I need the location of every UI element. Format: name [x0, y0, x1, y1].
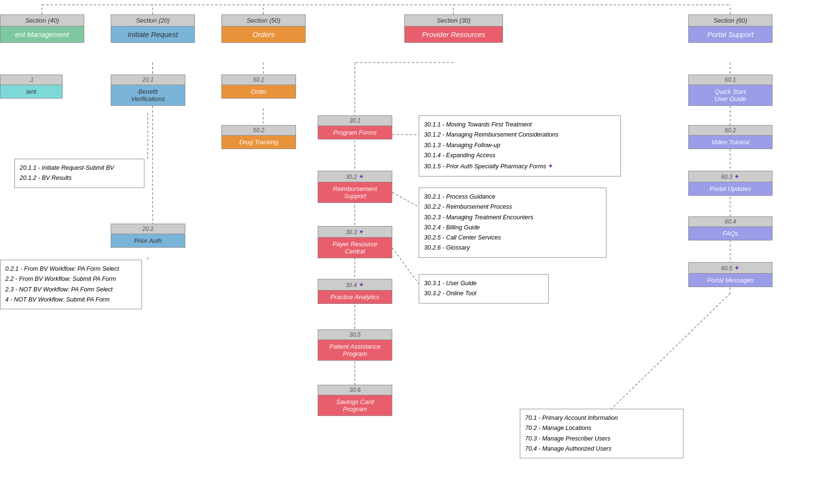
sub-body-sub60_5: Portal Messages [689, 274, 772, 287]
list-list30_1: 30.1.1 - Moving Towards First Treatment3… [419, 115, 621, 176]
sub-sub30_3: 30.3 ✦Payer Resource Central [318, 226, 392, 258]
section-s30: Section (30)Provider Resources [404, 14, 503, 43]
section-s40: Section (40)ent Management [0, 14, 84, 43]
sub-header-sub60_4: 60.4 [689, 217, 772, 227]
section-body-s60: Portal Support [689, 26, 772, 42]
section-body-s30: Provider Resources [405, 26, 502, 42]
list-item: 30.1.5 - Prior Auth Specialty Pharmacy F… [424, 161, 616, 172]
sub-sub30_6: 30.6Savings Card Program [318, 385, 392, 416]
sub-sub60_3: 60.3 ✦Portal Updates [688, 171, 772, 196]
sub-sub30_1: 30.1Program Forms [318, 115, 392, 139]
list-item: 70.1 - Primary Account Information [525, 413, 678, 423]
svg-line-29 [602, 293, 730, 418]
list-item: 30.2.2 - Reimbursement Process [424, 202, 601, 212]
section-header-s60: Section (60) [689, 15, 772, 26]
section-body-s20: Initiate Request [111, 26, 194, 42]
section-header-s20: Section (20) [111, 15, 194, 26]
list-item: 30.2.6 - Glossary [424, 243, 601, 253]
sub-sub60_2: 60.2Video Tutorial [688, 125, 772, 149]
star-icon-sub60_5: ✦ [734, 264, 740, 272]
sub-body-sub50_2: Drug Tracking [222, 136, 296, 149]
sub-header-sub60_3: 60.3 ✦ [689, 171, 772, 182]
sub-header-sub30_4: 30.4 ✦ [318, 279, 392, 290]
star-icon-sub60_3: ✦ [734, 173, 740, 180]
diagram-canvas: Section (40)ent ManagementSection (20)In… [0, 0, 824, 504]
sub-body-sub30_5: Patient Assistance Program [318, 340, 392, 360]
section-s20: Section (20)Initiate Request [111, 14, 195, 43]
list-item: 30.1.3 - Managing Follow-up [424, 140, 616, 151]
list-item: 30.2.3 - Managing Treatment Encounters [424, 213, 601, 223]
sub-body-sub60_2: Video Tutorial [689, 136, 772, 149]
sub-body-sub60_3: Portal Updates [689, 182, 772, 195]
sub-sub30_4: 30.4 ✦Practice Analytics [318, 279, 392, 304]
sub-header-sub60_1: 60.1 [689, 75, 772, 85]
sub-sub20_1: 20.1Benefit Verifications [111, 75, 185, 106]
section-header-s40: Section (40) [0, 15, 84, 26]
sub-header-sub30_3: 30.3 ✦ [318, 227, 392, 238]
sub-header-sub30_2: 30.2 ✦ [318, 171, 392, 182]
list-list30_2: 30.2.1 - Process Guidance30.2.2 - Reimbu… [419, 188, 606, 258]
sub-body-sub60_4: FAQs [689, 227, 772, 240]
sub-header-sub30_5: 30.5 [318, 330, 392, 340]
sub-body-sub30_6: Savings Card Program [318, 395, 392, 416]
star-icon: ✦ [548, 162, 554, 170]
sub-sub30_5: 30.5Patient Assistance Program [318, 329, 392, 361]
list-item: 30.2.1 - Process Guidance [424, 192, 601, 202]
sub-sub50_2: 50.2Drug Tracking [221, 125, 296, 149]
sub-body-sub60_1: Quick Start User Guide [689, 85, 772, 105]
list-list30_3: 30.3.1 - User Guide30.3.2 - Online Tool [419, 274, 549, 303]
sub-sub60_5: 60.5 ✦Portal Messages [688, 262, 772, 287]
sub-sub20_2: 20.2Prior Auth [111, 224, 185, 248]
list-item: 2.3 - NOT BV Workflow: PA Form Select [5, 285, 137, 295]
list-item: 30.1.1 - Moving Towards First Treatment [424, 120, 616, 130]
sub-sub30_2: 30.2 ✦Reimbursement Support [318, 171, 392, 203]
list-item: 30.3.2 - Online Tool [424, 289, 543, 299]
list-item: 30.1.4 - Expanding Access [424, 151, 616, 161]
list-list20_1: 20.1.1 - Initiate Request-Submit BV20.1.… [14, 159, 144, 188]
sub-header-sub20_1: 20.1 [111, 75, 185, 85]
svg-line-22 [392, 248, 419, 284]
list-item: 70.3 - Manage Prescriber Users [525, 434, 678, 444]
list-item: 30.1.2 - Managing Reimbursement Consider… [424, 130, 616, 140]
svg-line-21 [392, 192, 419, 207]
sub-header-sub20_2: 20.2 [111, 224, 185, 234]
sub-sub60_4: 60.4FAQs [688, 216, 772, 240]
sub-header-sub30_1: 30.1 [318, 116, 392, 126]
list-item: 0.2.1 - From BV Workflow: PA Form Select [5, 264, 137, 274]
star-icon-sub30_2: ✦ [359, 173, 364, 180]
sub-body-sub20_1: Benefit Verifications [111, 85, 185, 105]
list-item: 20.1.2 - BV Results [20, 173, 139, 183]
sub-body-sub40_1: ient [0, 85, 62, 98]
list-item: 30.2.4 - Billing Guide [424, 223, 601, 233]
sub-header-sub30_6: 30.6 [318, 385, 392, 395]
list-item: 30.3.1 - User Guide [424, 278, 543, 289]
sub-header-sub50_2: 50.2 [222, 126, 296, 136]
sub-body-sub50_1: Order [222, 85, 296, 98]
sub-body-sub20_2: Prior Auth [111, 234, 185, 247]
sub-body-sub30_3: Payer Resource Central [318, 238, 392, 258]
sub-sub60_1: 60.1Quick Start User Guide [688, 75, 772, 106]
sub-header-sub50_1: 50.1 [222, 75, 296, 85]
section-s60: Section (60)Portal Support [688, 14, 772, 43]
sub-body-sub30_4: Practice Analytics [318, 290, 392, 303]
list-item: 20.1.1 - Initiate Request-Submit BV [20, 163, 139, 173]
star-icon-sub30_4: ✦ [359, 281, 364, 289]
sub-header-sub60_2: 60.2 [689, 126, 772, 136]
section-header-s30: Section (30) [405, 15, 502, 26]
list-item: 30.2.5 - Call Center Services [424, 233, 601, 243]
star-icon-sub30_3: ✦ [359, 228, 364, 236]
sub-header-sub60_5: 60.5 ✦ [689, 263, 772, 274]
sub-sub50_1: 50.1Order [221, 75, 296, 99]
list-item: 2.2 - From BV Workflow: Submit PA Form [5, 274, 137, 284]
list-item: 70.4 - Manage Authorized Users [525, 444, 678, 454]
section-body-s40: ent Management [0, 26, 84, 42]
sub-header-sub40_1: .1 [0, 75, 62, 85]
sub-body-sub30_2: Reimbursement Support [318, 182, 392, 202]
list-item: 4 - NOT BV Workflow: Submit PA Form [5, 295, 137, 305]
section-body-s50: Orders [222, 26, 305, 42]
list-list20_2: 0.2.1 - From BV Workflow: PA Form Select… [0, 260, 142, 309]
sub-sub40_1: .1ient [0, 75, 63, 99]
section-s50: Section (50)Orders [221, 14, 306, 43]
list-item: 70.2 - Manage Locations [525, 423, 678, 433]
section-header-s50: Section (50) [222, 15, 305, 26]
